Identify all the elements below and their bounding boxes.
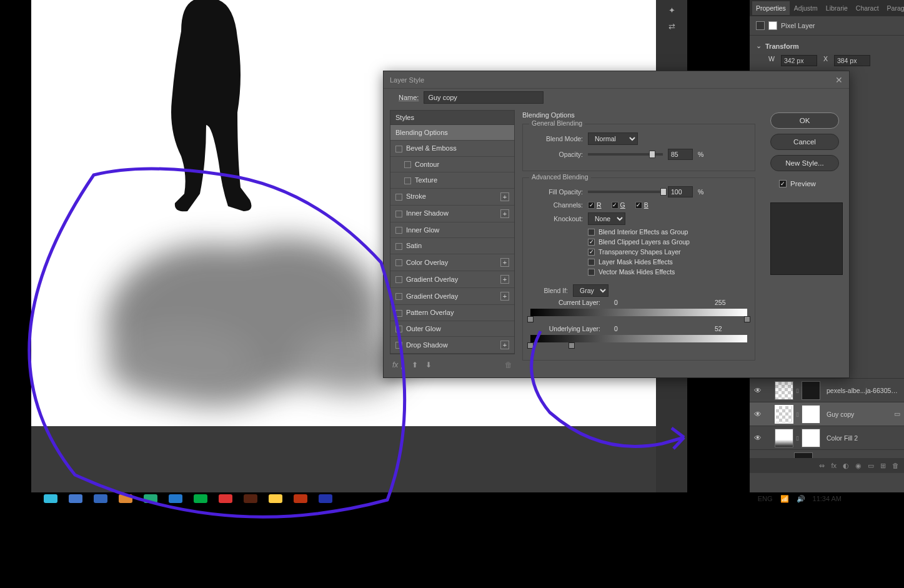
x-input[interactable]	[834, 55, 870, 66]
layer-thumb[interactable]	[775, 381, 793, 400]
taskbar-app-icon[interactable]	[294, 494, 307, 503]
fx-menu-icon[interactable]: fx ˬ	[392, 361, 404, 369]
fx-icon[interactable]: fx	[831, 462, 837, 469]
style-item[interactable]: Pattern Overlay	[390, 305, 514, 321]
add-effect-icon[interactable]: +	[500, 341, 509, 349]
sound-icon[interactable]: 🔊	[797, 495, 805, 503]
trash-icon[interactable]: 🗑	[505, 361, 512, 369]
tab-adjustments[interactable]: Adjustm	[790, 1, 822, 15]
style-item[interactable]: Stroke+	[390, 189, 514, 206]
style-checkbox[interactable]	[395, 342, 402, 349]
add-effect-icon[interactable]: +	[500, 275, 509, 284]
width-input[interactable]	[781, 55, 817, 66]
tab-properties[interactable]: Properties	[752, 1, 790, 15]
new-layer-icon[interactable]: ⊞	[880, 462, 886, 470]
adjustment-add-icon[interactable]: ◉	[855, 462, 862, 470]
visibility-icon[interactable]: 👁	[753, 386, 762, 395]
advanced-check-row[interactable]: Blend Interior Effects as Group	[530, 227, 747, 237]
layer-row[interactable]: 👁 ▯ Guy copy ▭	[750, 402, 904, 426]
taskbar-app-icon[interactable]	[44, 494, 57, 503]
checkbox[interactable]	[588, 249, 595, 256]
language-indicator[interactable]: ENG	[758, 495, 773, 502]
opacity-input[interactable]	[668, 149, 693, 160]
style-item[interactable]: Inner Glow	[390, 222, 514, 239]
advanced-check-row[interactable]: Vector Mask Hides Effects	[530, 267, 747, 277]
checkbox[interactable]	[588, 259, 595, 266]
taskbar-app-icon[interactable]	[319, 494, 332, 503]
style-item[interactable]: Satin	[390, 238, 514, 254]
new-style-button[interactable]: New Style...	[770, 155, 839, 171]
style-item[interactable]: Inner Shadow+	[390, 206, 514, 222]
layer-row[interactable]: 👁 ▯ Color Fill 2	[750, 426, 904, 449]
link-icon[interactable]: ⇔	[819, 462, 825, 470]
advanced-check-row[interactable]: Transparency Shapes Layer	[530, 247, 747, 257]
close-icon[interactable]: ✕	[835, 75, 843, 85]
add-effect-icon[interactable]: +	[500, 192, 509, 201]
blend-if-select[interactable]: Gray	[573, 284, 608, 297]
taskbar-app-icon[interactable]	[144, 494, 157, 503]
style-item[interactable]: Gradient Overlay+	[390, 288, 514, 305]
advanced-check-row[interactable]: Blend Clipped Layers as Group	[530, 237, 747, 247]
taskbar-app-icon[interactable]	[94, 494, 107, 503]
preview-checkbox[interactable]: Preview	[770, 176, 839, 187]
mask-thumb[interactable]	[802, 429, 820, 447]
add-effect-icon[interactable]: +	[500, 258, 509, 267]
taskbar-app-icon[interactable]	[119, 494, 132, 503]
channel-b-checkbox[interactable]: ✓B	[635, 201, 648, 209]
add-effect-icon[interactable]: +	[500, 209, 509, 218]
style-checkbox[interactable]	[395, 227, 402, 234]
tab-character[interactable]: Charact	[852, 1, 883, 15]
folder-icon[interactable]: ▭	[868, 462, 874, 470]
style-checkbox[interactable]	[404, 161, 411, 168]
underlying-layer-gradient[interactable]	[530, 335, 747, 342]
visibility-icon[interactable]: 👁	[753, 434, 762, 442]
move-down-icon[interactable]: ⬇	[425, 361, 432, 369]
style-checkbox[interactable]	[395, 276, 402, 283]
style-checkbox[interactable]	[395, 211, 402, 217]
layer-thumb[interactable]	[775, 405, 793, 424]
transform-header[interactable]: ⌄ Transform	[756, 39, 898, 52]
mask-thumb[interactable]	[802, 405, 820, 424]
taskbar-app-icon[interactable]	[69, 494, 82, 503]
style-item[interactable]: Texture	[390, 172, 514, 189]
fill-opacity-input[interactable]	[668, 186, 693, 197]
wifi-icon[interactable]: 📶	[780, 495, 789, 503]
trash-icon[interactable]: 🗑	[892, 462, 899, 469]
checkbox[interactable]	[588, 229, 595, 236]
style-checkbox[interactable]	[395, 326, 402, 332]
style-checkbox[interactable]	[404, 177, 411, 184]
taskbar-app-icon[interactable]	[244, 494, 257, 503]
system-tray[interactable]: ENG 📶 🔊 11:34 AM	[758, 492, 842, 505]
style-checkbox[interactable]	[395, 293, 402, 300]
style-item[interactable]: Color Overlay+	[390, 254, 514, 271]
style-item[interactable]: Drop Shadow+	[390, 337, 514, 354]
taskbar-app-icon[interactable]	[219, 494, 232, 503]
fill-opacity-slider[interactable]	[588, 191, 663, 193]
mask-thumb[interactable]	[802, 381, 820, 400]
dock-icon[interactable]: ⇄	[665, 20, 678, 32]
cancel-button[interactable]: Cancel	[770, 134, 839, 150]
clock[interactable]: 11:34 AM	[813, 495, 842, 502]
style-item[interactable]: Outer Glow	[390, 321, 514, 337]
blend-mode-select[interactable]: Normal	[588, 132, 638, 145]
tab-paragraph[interactable]: Paragra	[883, 1, 904, 15]
taskbar-app-icon[interactable]	[194, 494, 207, 503]
dock-icon[interactable]: ✦	[665, 4, 678, 16]
dialog-titlebar[interactable]: Layer Style ✕	[384, 71, 849, 89]
style-checkbox[interactable]	[395, 194, 402, 201]
style-item[interactable]: Bevel & Emboss	[390, 141, 514, 157]
checkbox[interactable]	[588, 239, 595, 246]
style-checkbox[interactable]	[395, 243, 402, 250]
style-checkbox[interactable]	[395, 146, 402, 152]
ok-button[interactable]: OK	[770, 112, 839, 129]
channel-r-checkbox[interactable]: ✓R	[588, 201, 602, 209]
opacity-slider[interactable]	[588, 153, 663, 156]
layer-collapse-icon[interactable]: ▭	[894, 410, 900, 418]
checkbox[interactable]	[588, 269, 595, 276]
knockout-select[interactable]: None	[588, 212, 625, 225]
move-up-icon[interactable]: ⬆	[412, 361, 418, 369]
style-item[interactable]: Contour	[390, 157, 514, 173]
style-item[interactable]: Gradient Overlay+	[390, 271, 514, 288]
layer-name-input[interactable]	[424, 91, 544, 104]
taskbar[interactable]	[25, 492, 842, 505]
